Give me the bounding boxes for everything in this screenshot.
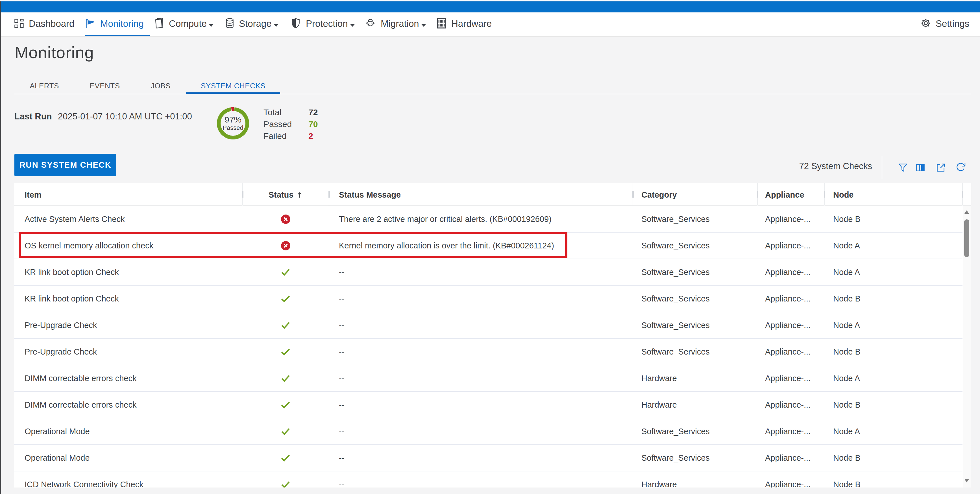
- dashboard-icon: [14, 19, 24, 28]
- col-header-category[interactable]: Category: [641, 183, 677, 205]
- cell-appliance: Appliance-...: [765, 418, 811, 444]
- table-row[interactable]: Operational Mode -- Software_Services Ap…: [14, 418, 963, 445]
- cell-category: Software_Services: [641, 339, 710, 365]
- cell-node: Node A: [833, 233, 860, 259]
- protection-shield-icon: [291, 18, 300, 29]
- chevron-down-icon: [274, 18, 278, 29]
- tab-system-checks[interactable]: SYSTEM CHECKS: [186, 76, 280, 94]
- table-row[interactable]: KR link boot option Check -- Software_Se…: [14, 286, 963, 312]
- column-resize-handle[interactable]: [632, 191, 634, 198]
- cell-category: Software_Services: [641, 418, 710, 444]
- table-row[interactable]: KR link boot option Check -- Software_Se…: [14, 259, 963, 286]
- cell-status-message: --: [339, 445, 344, 471]
- export-icon[interactable]: [935, 163, 946, 173]
- tab-alerts[interactable]: ALERTS: [14, 76, 74, 94]
- nav-label: Migration: [381, 18, 419, 29]
- cell-status-message: --: [339, 286, 344, 311]
- filter-icon[interactable]: [898, 163, 908, 173]
- cell-appliance: Appliance-...: [765, 286, 811, 311]
- scroll-down-arrow-icon[interactable]: [964, 479, 969, 483]
- cell-status: [242, 312, 329, 338]
- passed-status-icon: [281, 428, 290, 435]
- table-row[interactable]: DIMM correctable errors check -- Hardwar…: [14, 365, 963, 392]
- nav-label: Protection: [306, 18, 348, 29]
- nav-item-hardware[interactable]: Hardware: [437, 12, 492, 36]
- table-header: Item Status Status Message Category Appl…: [14, 183, 971, 205]
- cell-status-message: --: [339, 339, 344, 365]
- cell-status-message: --: [339, 472, 344, 488]
- cell-status-message: --: [339, 418, 344, 444]
- active-tab-underline: [186, 92, 280, 94]
- nav-item-migration[interactable]: Migration: [366, 12, 426, 36]
- run-system-check-button[interactable]: RUN SYSTEM CHECK: [14, 154, 116, 176]
- nav-label: Dashboard: [29, 18, 74, 29]
- cell-category: Hardware: [641, 472, 677, 488]
- passed-status-icon: [281, 401, 290, 409]
- migration-icon: [366, 18, 375, 28]
- cell-appliance: Appliance-...: [765, 339, 811, 365]
- cell-item: ICD Network Connectivity Check: [25, 472, 143, 488]
- cell-node: Node B: [833, 392, 861, 418]
- cell-node: Node A: [833, 259, 860, 285]
- storage-database-icon: [226, 18, 234, 28]
- column-resize-handle[interactable]: [824, 191, 825, 198]
- nav-item-monitoring[interactable]: Monitoring: [86, 12, 144, 36]
- cell-item: KR link boot option Check: [25, 286, 119, 311]
- cell-status: [242, 418, 329, 444]
- col-header-node[interactable]: Node: [833, 183, 854, 205]
- column-resize-handle[interactable]: [962, 191, 963, 198]
- cell-status: [242, 339, 329, 365]
- cell-appliance: Appliance-...: [765, 312, 811, 338]
- main-navbar: Dashboard Monitoring Compute: [0, 13, 980, 37]
- nav-item-dashboard[interactable]: Dashboard: [14, 12, 74, 36]
- cell-status-message: There are 2 active major or critical ale…: [339, 206, 552, 232]
- table-row[interactable]: DIMM correctable errors check -- Hardwar…: [14, 392, 963, 418]
- cell-item: Operational Mode: [25, 418, 90, 444]
- tabs-bottom-border: [14, 94, 971, 94]
- nav-item-compute[interactable]: Compute: [155, 12, 213, 36]
- columns-icon[interactable]: [915, 163, 926, 173]
- cell-category: Software_Services: [641, 259, 710, 285]
- cell-category: Software_Services: [641, 233, 710, 259]
- tab-events[interactable]: EVENTS: [74, 76, 135, 94]
- active-nav-underline: [85, 35, 150, 36]
- column-resize-handle[interactable]: [757, 191, 758, 198]
- col-header-item[interactable]: Item: [25, 183, 41, 205]
- passed-status-icon: [281, 321, 290, 329]
- monitoring-flag-icon: [86, 19, 95, 28]
- table-row[interactable]: ICD Network Connectivity Check -- Hardwa…: [14, 472, 963, 488]
- tab-jobs[interactable]: JOBS: [135, 76, 186, 94]
- scrollbar-thumb[interactable]: [964, 219, 969, 257]
- chevron-down-icon: [350, 18, 355, 29]
- nav-item-protection[interactable]: Protection: [291, 12, 355, 36]
- table-row[interactable]: Operational Mode -- Software_Services Ap…: [14, 445, 963, 472]
- nav-label: Monitoring: [100, 18, 144, 29]
- col-header-appliance[interactable]: Appliance: [765, 183, 804, 205]
- last-run-label: Last Run: [14, 111, 52, 122]
- nav-label: Storage: [239, 18, 272, 29]
- cell-appliance: Appliance-...: [765, 472, 811, 488]
- column-resize-handle[interactable]: [242, 191, 243, 198]
- cell-item: KR link boot option Check: [25, 259, 119, 285]
- cell-appliance: Appliance-...: [765, 233, 811, 259]
- column-resize-handle[interactable]: [328, 191, 330, 198]
- cell-status: [242, 365, 329, 391]
- table-row[interactable]: Pre-Upgrade Check -- Software_Services A…: [14, 312, 963, 339]
- nav-item-settings[interactable]: Settings: [921, 12, 969, 36]
- tabs: ALERTS EVENTS JOBS SYSTEM CHECKS: [0, 76, 980, 94]
- last-run-value: 2025-01-07 10:10 AM UTC +01:00: [58, 111, 192, 122]
- cell-item: Active System Alerts Check: [25, 206, 125, 232]
- cell-node: Node A: [833, 365, 860, 391]
- cell-category: Software_Services: [641, 286, 710, 311]
- table-row[interactable]: Pre-Upgrade Check -- Software_Services A…: [14, 339, 963, 365]
- brand-top-bar: [0, 2, 980, 13]
- refresh-icon[interactable]: [956, 163, 967, 173]
- nav-item-storage[interactable]: Storage: [226, 12, 278, 36]
- col-header-status[interactable]: Status: [242, 183, 329, 205]
- cell-status: [242, 472, 329, 488]
- cell-category: Software_Services: [641, 206, 710, 232]
- cell-node: Node B: [833, 286, 861, 311]
- scroll-up-arrow-icon[interactable]: [964, 210, 969, 214]
- table-row[interactable]: Active System Alerts Check There are 2 a…: [14, 206, 963, 233]
- col-header-status-message[interactable]: Status Message: [339, 183, 401, 205]
